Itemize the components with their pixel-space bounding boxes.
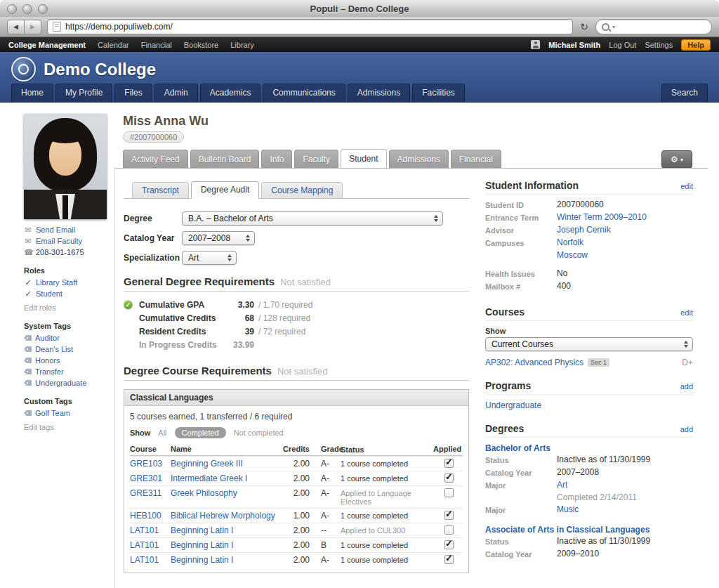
degree-detail-row: Status Inactive as of 11/30/1999 [485, 455, 693, 466]
nav-tab-academics[interactable]: Academics [200, 84, 261, 102]
filter-not-completed[interactable]: Not completed [234, 429, 284, 437]
tag-deans-list-link[interactable]: Dean's List [35, 345, 73, 353]
enrolled-course-row: AP302: Advanced Physics Sec 1 D+ [485, 358, 693, 367]
course-code-link[interactable]: GRE103 [130, 459, 171, 469]
course-code-link[interactable]: LAT101 [130, 525, 171, 535]
address-bar[interactable]: https://demo.populiweb.com/ [47, 19, 573, 34]
help-button[interactable]: Help [681, 39, 711, 51]
nav-tab-my-profile[interactable]: My Profile [55, 84, 112, 102]
courses-filter-select[interactable]: Current Courses [485, 337, 693, 351]
applied-checkbox[interactable] [444, 459, 454, 468]
role-student-link[interactable]: Student [36, 289, 62, 298]
nav-tab-search[interactable]: Search [661, 84, 708, 102]
course-name-link[interactable]: Beginning Greek III [171, 459, 282, 469]
nav-tab-home[interactable]: Home [11, 84, 53, 102]
course-name-link[interactable]: Beginning Latin I [171, 540, 282, 550]
course-link[interactable]: AP302: Advanced Physics [485, 358, 583, 367]
utility-nav-college-management[interactable]: College Management [8, 41, 86, 49]
forward-button[interactable]: ▶ [25, 20, 41, 34]
back-button[interactable]: ◀ [7, 20, 25, 34]
satisfied-check-icon: ✓ [124, 300, 133, 309]
site-favicon-icon [53, 22, 61, 32]
edit-student-info-link[interactable]: edit [680, 182, 693, 190]
log-out-link[interactable]: Log Out [609, 41, 636, 49]
applied-checkbox[interactable] [444, 473, 454, 483]
tab-admissions[interactable]: Admissions [389, 150, 449, 168]
edit-tags-link[interactable]: Edit tags [24, 423, 54, 431]
edit-roles-link[interactable]: Edit roles [24, 303, 56, 312]
email-faculty-link[interactable]: Email Faculty [36, 237, 82, 245]
add-program-link[interactable]: add [680, 382, 693, 391]
applied-checkbox[interactable] [444, 488, 454, 497]
course-name-link[interactable]: Biblical Hebrew Morphology [171, 511, 282, 521]
show-label: Show [130, 429, 150, 437]
course-name-link[interactable]: Intermediate Greek I [171, 473, 282, 483]
actions-gear-button[interactable]: ⚙▾ [661, 150, 692, 169]
browser-search-input[interactable]: ▾ [595, 19, 712, 34]
nav-tab-facilities[interactable]: Facilities [412, 84, 465, 102]
minimize-window-button[interactable] [22, 4, 32, 14]
course-code-link[interactable]: GRE301 [130, 473, 171, 483]
settings-link[interactable]: Settings [645, 41, 673, 49]
utility-nav-bookstore[interactable]: Bookstore [184, 41, 219, 49]
nav-tab-admin[interactable]: Admin [154, 84, 198, 102]
course-code-link[interactable]: GRE311 [130, 488, 171, 498]
tag-auditor-link[interactable]: Auditor [35, 334, 60, 342]
specialization-select[interactable]: Art [182, 251, 237, 265]
tag-icon [24, 380, 32, 386]
course-name-link[interactable]: Greek Philosophy [171, 488, 282, 498]
student-photo[interactable] [24, 114, 107, 219]
subtab-degree-audit[interactable]: Degree Audit [191, 181, 259, 198]
send-email-link[interactable]: Send Email [36, 226, 75, 234]
nav-tab-files[interactable]: Files [114, 84, 152, 102]
tag-transfer-link[interactable]: Transfer [35, 367, 64, 376]
filter-completed[interactable]: Completed [175, 427, 226, 438]
zoom-window-button[interactable] [38, 4, 48, 14]
course-name-link[interactable]: Beginning Latin I [171, 525, 282, 535]
subtab-course-mapping[interactable]: Course Mapping [261, 182, 343, 198]
utility-nav-financial[interactable]: Financial [141, 41, 172, 49]
tab-faculty[interactable]: Faculty [294, 150, 338, 168]
close-window-button[interactable] [7, 4, 17, 14]
tab-student[interactable]: Student [341, 149, 386, 168]
info-row: Health Issues No [485, 268, 693, 280]
course-code-link[interactable]: HEB100 [130, 511, 171, 521]
applied-checkbox[interactable] [444, 511, 454, 520]
catalog-year-select[interactable]: 2007–2008 [182, 231, 255, 245]
utility-nav: College Management Calendar Financial Bo… [0, 37, 719, 52]
applied-checkbox[interactable] [444, 555, 454, 564]
utility-nav-calendar[interactable]: Calendar [98, 41, 129, 49]
degree-bachelor-of-arts-link[interactable]: Bachelor of Arts [485, 443, 693, 453]
program-undergraduate-link[interactable]: Undergraduate [485, 400, 693, 410]
course-name-link[interactable]: Beginning Latin I [171, 555, 282, 565]
info-row: Student ID 2007000060 [485, 200, 693, 211]
subtab-transcript[interactable]: Transcript [132, 182, 189, 198]
tag-icon [24, 346, 32, 352]
nav-tab-admissions[interactable]: Admissions [348, 84, 410, 102]
tab-info[interactable]: Info [261, 150, 292, 168]
applied-checkbox[interactable] [444, 540, 454, 549]
degree-select[interactable]: B.A. – Bachelor of Arts [182, 211, 443, 226]
filter-all[interactable]: All [158, 429, 166, 437]
utility-nav-library[interactable]: Library [230, 41, 254, 49]
college-name: Demo College [44, 60, 156, 79]
tab-financial[interactable]: Financial [451, 150, 501, 168]
reload-icon[interactable]: ↻ [579, 21, 590, 32]
applied-checkbox[interactable] [444, 525, 454, 535]
brand-header: Demo College Home My Profile Files Admin… [0, 52, 719, 103]
current-user-name[interactable]: Michael Smith [548, 41, 600, 49]
select-arrows-icon [227, 254, 232, 261]
tab-activity-feed[interactable]: Activity Feed [123, 150, 188, 168]
degree-associate-of-arts-link[interactable]: Associate of Arts in Classical Languages [485, 525, 693, 535]
tag-undergraduate-link[interactable]: Undergraduate [35, 379, 86, 387]
course-code-link[interactable]: LAT101 [130, 555, 171, 565]
course-code-link[interactable]: LAT101 [130, 540, 171, 550]
nav-tab-communications[interactable]: Communications [263, 84, 345, 102]
edit-courses-link[interactable]: edit [680, 308, 693, 317]
page-content: ✉Send Email ✉Email Faculty ☎208-301-1675… [0, 103, 719, 588]
tag-honors-link[interactable]: Honors [35, 356, 60, 365]
role-library-staff-link[interactable]: Library Staff [36, 278, 77, 287]
tag-golf-team-link[interactable]: Golf Team [35, 409, 70, 417]
add-degree-link[interactable]: add [680, 425, 693, 433]
tab-bulletin-board[interactable]: Bulletin Board [190, 150, 260, 168]
